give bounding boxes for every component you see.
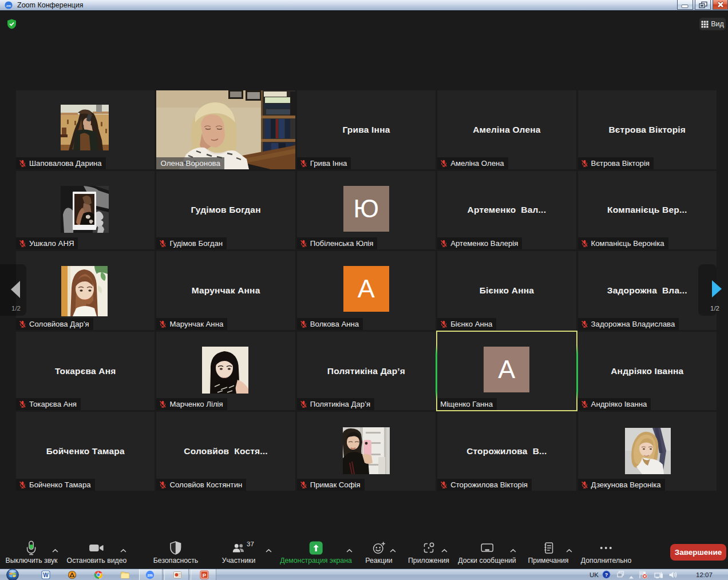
svg-text:zm: zm — [6, 4, 11, 7]
svg-text:P: P — [203, 572, 207, 578]
svg-text:zm: zm — [147, 573, 152, 577]
svg-text:W: W — [43, 572, 49, 578]
svg-text:?: ? — [605, 572, 608, 578]
